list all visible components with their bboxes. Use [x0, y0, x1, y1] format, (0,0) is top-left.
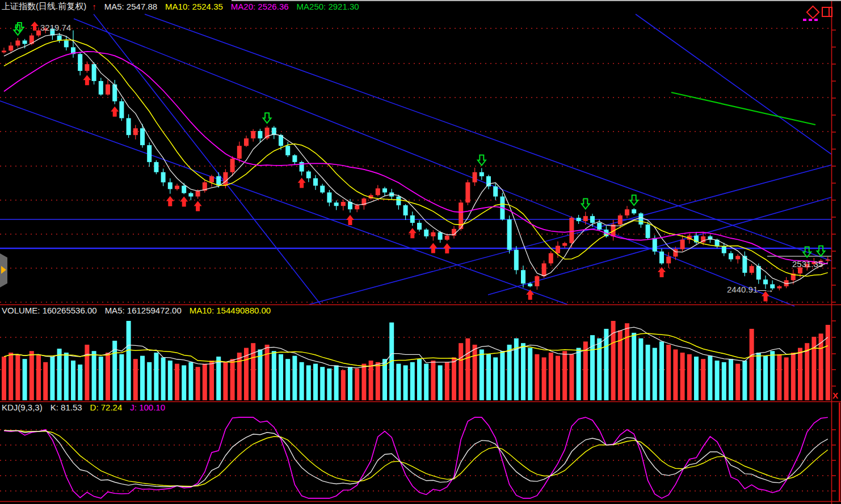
main-chart-header: 上证指数(日线.前复权) ↑ MA5: 2547.88 MA10: 2524.3… [2, 1, 367, 12]
more-dots-icon[interactable] [803, 19, 820, 21]
chart-canvas[interactable] [0, 0, 841, 504]
kdj-k-value: K: 81.53 [51, 403, 82, 412]
low-price-value: 2440.91 [727, 285, 758, 294]
kdj-header: KDJ(9,3,3) K: 81.53 D: 72.24 J: 100.10 [2, 403, 173, 412]
low-price-label: 2440.91—→ [727, 285, 772, 294]
last-price-label: 2531.35 [792, 259, 823, 269]
toolbar-edge-strip [232, 0, 841, 1]
grid-layer [0, 28, 831, 491]
volume-ma5-value: MA5: 161259472.00 [105, 306, 182, 315]
volume-header: VOLUME: 160265536.00 MA5: 161259472.00 M… [2, 306, 279, 315]
symbol-label: 上证指数(日线.前复权) [2, 1, 86, 12]
low-price-arrow: —→ [758, 285, 772, 294]
candles-layer [2, 27, 830, 290]
trendlines-layer[interactable] [0, 14, 831, 306]
volume-ma10-value: MA10: 154490880.00 [190, 306, 271, 315]
buy-signal-arrow-icon [30, 21, 39, 33]
volume-value: VOLUME: 160265536.00 [2, 306, 97, 315]
trend-up-arrow-icon: ↑ [92, 2, 96, 11]
ma5-value: MA5: 2547.88 [104, 2, 157, 11]
window-split-bar [829, 8, 830, 16]
close-x-icon[interactable]: X [832, 391, 838, 400]
kdj-name-label: KDJ(9,3,3) [2, 403, 43, 412]
moving-averages-layer [4, 34, 828, 283]
volume-layer [2, 321, 830, 400]
expand-triangle-icon [1, 266, 6, 274]
panel-expand-button[interactable] [0, 253, 7, 287]
kdj-d-value: D: 72.24 [90, 403, 123, 412]
ma250-value: MA250: 2921.30 [297, 2, 359, 11]
ma20-value: MA20: 2526.36 [231, 2, 289, 11]
peak-price-label: 3219.74 [40, 23, 71, 32]
kdj-layer [4, 417, 828, 498]
kdj-j-value: J: 100.10 [130, 403, 165, 412]
sell-signal-arrow-icon [15, 22, 24, 35]
ma10-value: MA10: 2524.35 [165, 2, 223, 11]
window-tool-icon[interactable] [822, 7, 832, 17]
stock-chart-app: 上证指数(日线.前复权) ↑ MA5: 2547.88 MA10: 2524.3… [0, 0, 841, 504]
